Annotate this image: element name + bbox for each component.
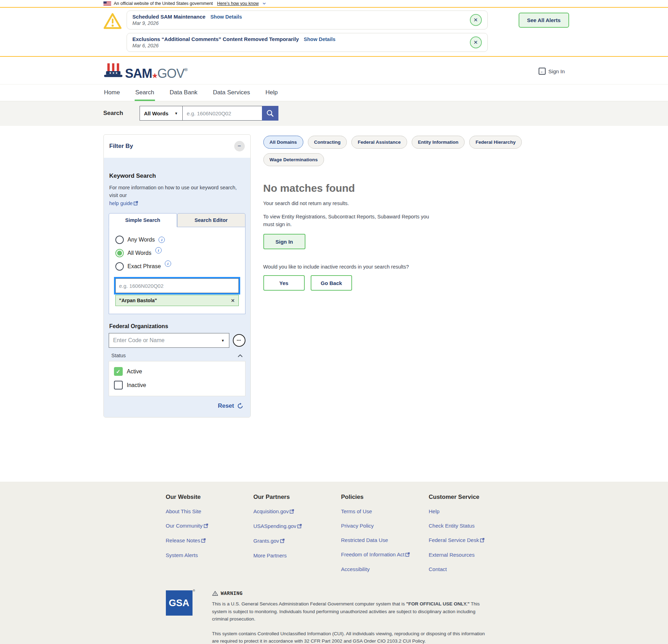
footer-heading: Customer Service (429, 494, 517, 501)
help-guide-link[interactable]: help guide (109, 201, 133, 206)
chevron-up-icon[interactable] (238, 354, 243, 357)
radio-any-words[interactable] (115, 236, 124, 244)
warning-triangle-icon (103, 13, 122, 29)
checkbox-active[interactable]: ✓ (114, 367, 123, 376)
footer-link-foia[interactable]: Freedom of Information Act (341, 551, 429, 558)
logo-star-icon: ★ (152, 72, 157, 79)
us-flag-icon (103, 1, 111, 6)
warning-paragraph-1: This is a U.S. General Services Administ… (212, 600, 489, 623)
pill-all-domains[interactable]: All Domains (263, 136, 303, 149)
pill-contracting[interactable]: Contracting (308, 136, 347, 149)
footer-link-check-entity-status[interactable]: Check Entity Status (429, 523, 517, 529)
alert-show-details-link[interactable]: Show Details (210, 14, 242, 20)
info-icon[interactable]: i (165, 260, 171, 267)
footer-link-about-this-site[interactable]: About This Site (166, 508, 254, 514)
federal-orgs-combobox[interactable]: Enter Code or Name ▼ (109, 333, 229, 348)
no-matches-heading: No matches found (263, 182, 565, 194)
footer-link-terms-of-use[interactable]: Terms of Use (341, 508, 429, 514)
pill-wage-determinations[interactable]: Wage Determinations (263, 153, 324, 166)
caret-down-icon: ▼ (175, 111, 178, 115)
footer-link-more-partners[interactable]: More Partners (254, 553, 341, 558)
top-search-input[interactable] (183, 106, 262, 120)
warning-block: WARNING This is a U.S. General Services … (212, 590, 489, 644)
main-area: Filter By − Keyword Search For more info… (0, 126, 668, 482)
footer-heading: Policies (341, 494, 429, 501)
logo-text: SAM★GOV® (125, 67, 188, 80)
external-link-icon (201, 538, 206, 544)
footer-link-accessibility[interactable]: Accessibility (341, 566, 429, 572)
footer-link-our-community[interactable]: Our Community (166, 523, 254, 529)
how-you-know-link[interactable]: Here’s how you know (217, 1, 259, 6)
footer-link-grants-gov[interactable]: Grants.gov (254, 538, 341, 544)
footer-link-usaspending-gov[interactable]: USASpending.gov (254, 523, 341, 529)
footer-link-federal-service-desk[interactable]: Federal Service Desk (429, 537, 517, 543)
search-row: Search All Words ▼ (0, 101, 668, 126)
alert-close-button[interactable]: ✕ (470, 36, 482, 48)
reset-filters-link[interactable]: Reset (218, 402, 234, 409)
tab-simple-search[interactable]: Simple Search (109, 213, 177, 227)
footer-link-system-alerts[interactable]: System Alerts (166, 552, 254, 558)
alert-date: Mar 9, 2026 (133, 20, 242, 26)
alert-card-maintenance: Scheduled SAM Maintenance Show Details M… (127, 11, 488, 29)
external-link-icon (204, 523, 208, 529)
footer-link-contact[interactable]: Contact (429, 566, 517, 572)
pill-entity-information[interactable]: Entity Information (412, 136, 465, 149)
footer-link-acquisition-gov[interactable]: Acquisition.gov (254, 508, 341, 515)
nav-item-data-services[interactable]: Data Services (212, 84, 251, 101)
radio-all-words[interactable] (115, 249, 124, 257)
filter-by-title: Filter By (109, 143, 133, 150)
search-submit-button[interactable] (262, 106, 278, 121)
reset-icon[interactable] (237, 403, 243, 409)
footer-link-external-resources[interactable]: External Resources (429, 552, 517, 558)
pill-federal-hierarchy[interactable]: Federal Hierarchy (469, 136, 522, 149)
status-card: ✓ Active Inactive (109, 361, 245, 396)
search-mode-select[interactable]: All Words ▼ (140, 106, 183, 120)
footer-link-help[interactable]: Help (429, 508, 517, 514)
radio-exact-phrase[interactable] (115, 262, 124, 271)
no-results-text: Your search did not return any results. (263, 200, 435, 208)
yes-button[interactable]: Yes (263, 275, 305, 291)
search-row-label: Search (103, 110, 140, 117)
filter-collapse-button[interactable]: − (234, 141, 245, 151)
svg-text:★: ★ (112, 71, 115, 75)
sign-in-label: Sign In (548, 68, 565, 74)
warning-outline-icon (212, 591, 218, 596)
results-sign-in-button[interactable]: Sign In (263, 234, 305, 249)
nav-item-help[interactable]: Help (265, 84, 278, 101)
pill-federal-assistance[interactable]: Federal Assistance (351, 136, 407, 149)
see-all-alerts-button[interactable]: See All Alerts (519, 13, 569, 28)
search-icon (266, 109, 274, 117)
info-icon[interactable]: i (158, 237, 165, 243)
federal-orgs-placeholder: Enter Code or Name (113, 337, 165, 344)
footer-link-restricted-data-use[interactable]: Restricted Data Use (341, 537, 429, 543)
alert-close-button[interactable]: ✕ (470, 14, 482, 26)
nav-item-search[interactable]: Search (135, 84, 155, 101)
footer-link-privacy-policy[interactable]: Privacy Policy (341, 523, 429, 529)
radio-exact-phrase-label: Exact Phrase (128, 263, 161, 270)
tag-remove-icon[interactable]: ✕ (231, 298, 235, 303)
info-icon[interactable]: i (155, 247, 162, 253)
footer-col-customer-service: Customer Service Help Check Entity Statu… (429, 494, 517, 581)
checkbox-active-label: Active (127, 368, 142, 375)
alerts-section: Scheduled SAM Maintenance Show Details M… (0, 8, 668, 57)
nav-item-home[interactable]: Home (103, 84, 121, 101)
radio-all-words-label: All Words (128, 250, 151, 256)
tab-search-editor[interactable]: Search Editor (177, 213, 245, 227)
federal-orgs-more-button[interactable]: ••• (233, 334, 245, 347)
footer-col-our-partners: Our Partners Acquisition.gov USASpending… (254, 494, 341, 581)
uncle-sam-hat-icon: ★★★ (103, 62, 123, 80)
go-back-button[interactable]: Go Back (311, 275, 352, 291)
checkbox-inactive-label: Inactive (127, 382, 146, 388)
sam-gov-logo[interactable]: ★★★ SAM★GOV® (103, 62, 188, 80)
alert-show-details-link[interactable]: Show Details (304, 36, 335, 42)
nav-item-data-bank[interactable]: Data Bank (169, 84, 198, 101)
alert-title: Exclusions “Additional Comments” Content… (133, 36, 299, 42)
alert-date: Mar 6, 2026 (133, 43, 336, 48)
external-link-icon (480, 537, 485, 543)
keyword-search-input[interactable] (115, 278, 239, 293)
checkbox-inactive[interactable] (114, 381, 123, 389)
sign-in-icon: ← (539, 68, 546, 75)
federal-orgs-heading: Federal Organizations (109, 323, 245, 330)
footer-link-release-notes[interactable]: Release Notes (166, 537, 254, 544)
header-sign-in-link[interactable]: ← Sign In (539, 68, 565, 75)
